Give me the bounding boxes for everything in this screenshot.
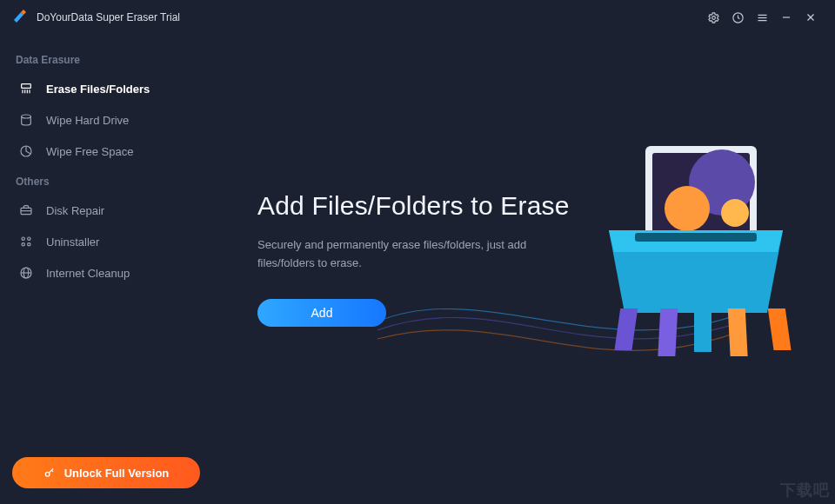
svg-point-2 (711, 16, 715, 19)
sidebar-section-others: Others (0, 167, 212, 195)
sidebar-item-wipe-drive[interactable]: Wipe Hard Drive (0, 104, 212, 136)
settings-button[interactable] (701, 5, 725, 30)
svg-point-21 (22, 243, 24, 246)
sidebar-item-label: Disk Repair (46, 204, 104, 217)
sidebar-item-label: Erase Files/Folders (46, 83, 150, 96)
svg-point-20 (28, 237, 30, 240)
svg-point-26 (45, 472, 50, 476)
pie-icon (18, 143, 34, 159)
unlock-label: Unlock Full Version (64, 467, 170, 480)
close-button[interactable] (798, 5, 823, 30)
clock-icon (731, 11, 745, 24)
sidebar-item-internet-cleanup[interactable]: Internet Cleanup (0, 257, 212, 288)
svg-rect-36 (728, 308, 748, 356)
svg-point-19 (22, 237, 24, 240)
svg-rect-10 (22, 84, 31, 89)
toolbox-icon (18, 202, 34, 218)
sidebar-item-wipe-free[interactable]: Wipe Free Space (0, 136, 212, 167)
minimize-button[interactable] (774, 5, 798, 30)
sidebar: Data Erasure Erase Files/Folders Wipe Ha… (0, 35, 212, 504)
globe-icon (18, 265, 34, 281)
app-window: DoYourData Super Eraser Trial (0, 0, 835, 504)
hero-illustration (583, 130, 809, 356)
menu-button[interactable] (750, 5, 774, 30)
page-description: Securely and permanently erase files/fol… (257, 236, 571, 273)
window-title: DoYourData Super Eraser Trial (37, 11, 180, 23)
sidebar-section-data-erasure: Data Erasure (0, 45, 212, 73)
watermark-text: 下载吧 (780, 480, 830, 501)
svg-rect-37 (768, 308, 792, 350)
svg-point-30 (665, 186, 710, 231)
page-heading: Add Files/Folders to Erase (257, 191, 605, 221)
titlebar: DoYourData Super Eraser Trial (0, 0, 835, 35)
hamburger-icon (756, 11, 769, 24)
history-button[interactable] (725, 5, 750, 30)
svg-point-22 (28, 243, 30, 246)
key-icon (43, 467, 56, 479)
svg-rect-33 (614, 308, 638, 350)
content-block: Add Files/Folders to Erase Securely and … (257, 191, 605, 327)
unlock-full-version-button[interactable]: Unlock Full Version (12, 457, 200, 488)
add-button[interactable]: Add (257, 299, 386, 327)
sidebar-item-label: Wipe Free Space (46, 145, 133, 158)
shred-icon (18, 81, 34, 96)
sidebar-item-disk-repair[interactable]: Disk Repair (0, 195, 212, 226)
sidebar-item-erase-files[interactable]: Erase Files/Folders (0, 73, 212, 104)
main-panel: Add Files/Folders to Erase Securely and … (212, 35, 835, 504)
sidebar-item-label: Internet Cleanup (46, 267, 130, 280)
app-logo-icon (12, 10, 28, 25)
drive-icon (18, 112, 34, 128)
grid-icon (18, 234, 34, 249)
close-icon (805, 11, 817, 23)
svg-rect-32 (635, 233, 757, 242)
svg-rect-35 (694, 308, 711, 352)
add-button-label: Add (311, 306, 333, 320)
minimize-icon (780, 11, 792, 23)
svg-point-15 (22, 115, 31, 118)
sidebar-item-label: Uninstaller (46, 235, 99, 249)
svg-point-31 (721, 199, 749, 227)
gear-icon (707, 11, 720, 24)
sidebar-item-uninstaller[interactable]: Uninstaller (0, 226, 212, 257)
sidebar-item-label: Wipe Hard Drive (46, 114, 129, 127)
svg-marker-0 (14, 12, 23, 23)
svg-rect-34 (658, 308, 678, 356)
